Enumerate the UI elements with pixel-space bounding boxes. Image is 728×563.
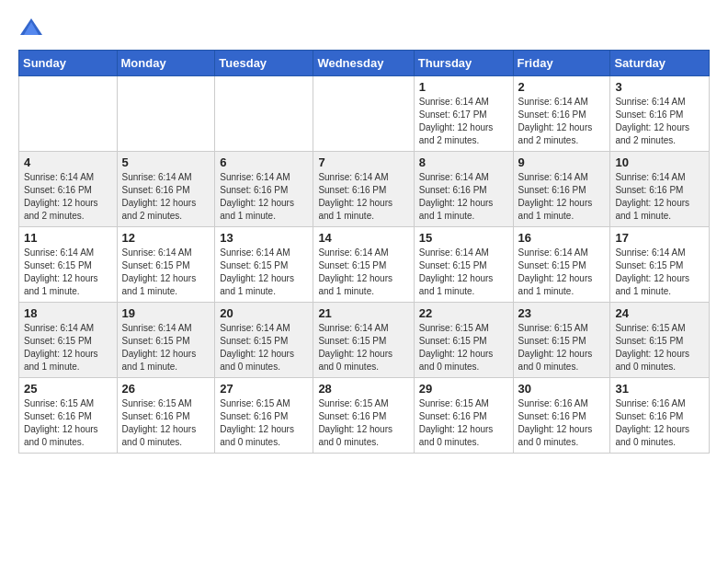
day-cell-1: 1Sunrise: 6:14 AM Sunset: 6:17 PM Daylig…	[414, 76, 513, 152]
day-number: 22	[419, 306, 508, 320]
day-cell-27: 27Sunrise: 6:15 AM Sunset: 6:16 PM Dayli…	[215, 378, 313, 454]
day-info: Sunrise: 6:15 AM Sunset: 6:15 PM Dayligh…	[615, 322, 704, 373]
day-number: 3	[615, 80, 704, 94]
empty-cell	[117, 76, 215, 152]
day-number: 18	[24, 306, 112, 320]
day-cell-4: 4Sunrise: 6:14 AM Sunset: 6:16 PM Daylig…	[19, 152, 118, 227]
week-row-4: 18Sunrise: 6:14 AM Sunset: 6:15 PM Dayli…	[19, 303, 710, 378]
day-info: Sunrise: 6:14 AM Sunset: 6:16 PM Dayligh…	[318, 171, 408, 223]
day-number: 31	[615, 382, 704, 396]
day-number: 14	[318, 231, 408, 245]
day-info: Sunrise: 6:16 AM Sunset: 6:16 PM Dayligh…	[615, 397, 704, 449]
day-cell-25: 25Sunrise: 6:15 AM Sunset: 6:16 PM Dayli…	[19, 378, 118, 454]
day-info: Sunrise: 6:14 AM Sunset: 6:16 PM Dayligh…	[518, 96, 606, 147]
day-number: 12	[122, 231, 210, 245]
day-info: Sunrise: 6:14 AM Sunset: 6:15 PM Dayligh…	[24, 247, 112, 298]
logo	[18, 15, 48, 40]
day-info: Sunrise: 6:15 AM Sunset: 6:16 PM Dayligh…	[122, 397, 210, 449]
day-info: Sunrise: 6:15 AM Sunset: 6:15 PM Dayligh…	[518, 322, 606, 373]
day-info: Sunrise: 6:14 AM Sunset: 6:16 PM Dayligh…	[419, 171, 508, 223]
day-number: 5	[122, 155, 210, 169]
day-header-saturday: Saturday	[610, 51, 710, 76]
day-info: Sunrise: 6:14 AM Sunset: 6:15 PM Dayligh…	[122, 247, 210, 298]
calendar: SundayMondayTuesdayWednesdayThursdayFrid…	[18, 50, 710, 454]
day-number: 24	[615, 306, 704, 320]
day-cell-2: 2Sunrise: 6:14 AM Sunset: 6:16 PM Daylig…	[513, 76, 610, 152]
day-cell-16: 16Sunrise: 6:14 AM Sunset: 6:15 PM Dayli…	[513, 227, 610, 303]
day-header-friday: Friday	[513, 51, 610, 76]
header-row: SundayMondayTuesdayWednesdayThursdayFrid…	[19, 51, 710, 76]
day-number: 28	[318, 382, 408, 396]
week-row-2: 4Sunrise: 6:14 AM Sunset: 6:16 PM Daylig…	[19, 152, 710, 227]
day-number: 20	[220, 306, 308, 320]
day-number: 23	[518, 306, 606, 320]
day-info: Sunrise: 6:14 AM Sunset: 6:16 PM Dayligh…	[615, 96, 704, 147]
day-info: Sunrise: 6:14 AM Sunset: 6:16 PM Dayligh…	[615, 171, 704, 223]
day-cell-18: 18Sunrise: 6:14 AM Sunset: 6:15 PM Dayli…	[19, 303, 118, 378]
logo-icon	[18, 15, 44, 40]
day-number: 1	[419, 80, 508, 94]
day-cell-9: 9Sunrise: 6:14 AM Sunset: 6:16 PM Daylig…	[513, 152, 610, 227]
day-info: Sunrise: 6:14 AM Sunset: 6:15 PM Dayligh…	[318, 247, 408, 298]
day-info: Sunrise: 6:14 AM Sunset: 6:15 PM Dayligh…	[122, 322, 210, 373]
day-cell-10: 10Sunrise: 6:14 AM Sunset: 6:16 PM Dayli…	[610, 152, 710, 227]
day-cell-5: 5Sunrise: 6:14 AM Sunset: 6:16 PM Daylig…	[117, 152, 215, 227]
day-number: 2	[518, 80, 606, 94]
day-number: 10	[615, 155, 704, 169]
day-cell-30: 30Sunrise: 6:16 AM Sunset: 6:16 PM Dayli…	[513, 378, 610, 454]
day-number: 8	[419, 155, 508, 169]
week-row-1: 1Sunrise: 6:14 AM Sunset: 6:17 PM Daylig…	[19, 76, 710, 152]
day-cell-13: 13Sunrise: 6:14 AM Sunset: 6:15 PM Dayli…	[215, 227, 313, 303]
day-cell-17: 17Sunrise: 6:14 AM Sunset: 6:15 PM Dayli…	[610, 227, 710, 303]
day-info: Sunrise: 6:14 AM Sunset: 6:16 PM Dayligh…	[122, 171, 210, 223]
day-cell-20: 20Sunrise: 6:14 AM Sunset: 6:15 PM Dayli…	[215, 303, 313, 378]
day-cell-14: 14Sunrise: 6:14 AM Sunset: 6:15 PM Dayli…	[313, 227, 414, 303]
day-cell-31: 31Sunrise: 6:16 AM Sunset: 6:16 PM Dayli…	[610, 378, 710, 454]
day-info: Sunrise: 6:14 AM Sunset: 6:16 PM Dayligh…	[24, 171, 112, 223]
day-cell-22: 22Sunrise: 6:15 AM Sunset: 6:15 PM Dayli…	[414, 303, 513, 378]
day-cell-28: 28Sunrise: 6:15 AM Sunset: 6:16 PM Dayli…	[313, 378, 414, 454]
day-number: 13	[220, 231, 308, 245]
day-info: Sunrise: 6:15 AM Sunset: 6:16 PM Dayligh…	[419, 397, 508, 449]
empty-cell	[19, 76, 118, 152]
day-number: 9	[518, 155, 606, 169]
day-cell-6: 6Sunrise: 6:14 AM Sunset: 6:16 PM Daylig…	[215, 152, 313, 227]
day-number: 11	[24, 231, 112, 245]
day-info: Sunrise: 6:15 AM Sunset: 6:15 PM Dayligh…	[419, 322, 508, 373]
day-number: 6	[220, 155, 308, 169]
day-header-tuesday: Tuesday	[215, 51, 313, 76]
day-cell-12: 12Sunrise: 6:14 AM Sunset: 6:15 PM Dayli…	[117, 227, 215, 303]
day-info: Sunrise: 6:14 AM Sunset: 6:15 PM Dayligh…	[24, 322, 112, 373]
day-header-wednesday: Wednesday	[313, 51, 414, 76]
day-info: Sunrise: 6:14 AM Sunset: 6:15 PM Dayligh…	[615, 247, 704, 298]
day-cell-3: 3Sunrise: 6:14 AM Sunset: 6:16 PM Daylig…	[610, 76, 710, 152]
day-info: Sunrise: 6:15 AM Sunset: 6:16 PM Dayligh…	[318, 397, 408, 449]
day-number: 29	[419, 382, 508, 396]
day-number: 17	[615, 231, 704, 245]
day-number: 16	[518, 231, 606, 245]
day-info: Sunrise: 6:14 AM Sunset: 6:15 PM Dayligh…	[518, 247, 606, 298]
day-info: Sunrise: 6:15 AM Sunset: 6:16 PM Dayligh…	[220, 397, 308, 449]
day-number: 26	[122, 382, 210, 396]
day-header-sunday: Sunday	[19, 51, 118, 76]
day-number: 25	[24, 382, 112, 396]
day-number: 7	[318, 155, 408, 169]
day-info: Sunrise: 6:14 AM Sunset: 6:15 PM Dayligh…	[220, 247, 308, 298]
day-number: 30	[518, 382, 606, 396]
page: SundayMondayTuesdayWednesdayThursdayFrid…	[0, 0, 728, 477]
header	[18, 15, 710, 40]
day-info: Sunrise: 6:14 AM Sunset: 6:17 PM Dayligh…	[419, 96, 508, 147]
day-number: 19	[122, 306, 210, 320]
day-cell-24: 24Sunrise: 6:15 AM Sunset: 6:15 PM Dayli…	[610, 303, 710, 378]
day-info: Sunrise: 6:14 AM Sunset: 6:16 PM Dayligh…	[220, 171, 308, 223]
day-cell-8: 8Sunrise: 6:14 AM Sunset: 6:16 PM Daylig…	[414, 152, 513, 227]
day-number: 21	[318, 306, 408, 320]
day-info: Sunrise: 6:15 AM Sunset: 6:16 PM Dayligh…	[24, 397, 112, 449]
day-cell-26: 26Sunrise: 6:15 AM Sunset: 6:16 PM Dayli…	[117, 378, 215, 454]
day-info: Sunrise: 6:16 AM Sunset: 6:16 PM Dayligh…	[518, 397, 606, 449]
empty-cell	[313, 76, 414, 152]
day-number: 4	[24, 155, 112, 169]
day-cell-29: 29Sunrise: 6:15 AM Sunset: 6:16 PM Dayli…	[414, 378, 513, 454]
day-number: 15	[419, 231, 508, 245]
day-number: 27	[220, 382, 308, 396]
